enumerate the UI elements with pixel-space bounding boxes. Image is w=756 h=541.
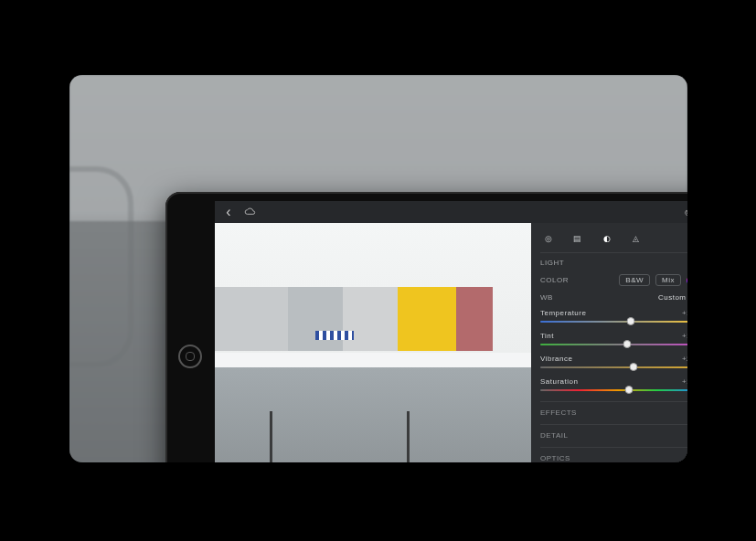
slider-value: +10 <box>682 309 687 317</box>
mix-toggle[interactable]: Mix <box>655 274 681 286</box>
section-light[interactable]: Light <box>540 255 687 270</box>
section-label: Optics <box>540 454 570 462</box>
wb-value: Custom <box>658 293 687 302</box>
slider-value: +20 <box>682 355 687 363</box>
slider-saturation: Saturation +10 <box>540 375 687 396</box>
slider-thumb[interactable] <box>626 317 634 325</box>
tablet-bezel <box>165 192 215 462</box>
tab-profile-icon[interactable]: ▤ <box>571 232 584 245</box>
slider-vibrance: Vibrance +20 <box>540 352 687 373</box>
section-light-label: Light <box>540 259 685 267</box>
section-label: Effects <box>540 408 577 417</box>
slider-tint: Tint +10 <box>540 329 687 350</box>
slider-value: +10 <box>682 332 687 340</box>
bw-toggle[interactable]: B&W <box>619 274 650 286</box>
section-optics[interactable]: Optics <box>540 447 687 462</box>
section-color-header: Color B&W Mix <box>540 271 687 289</box>
slider-track[interactable] <box>540 365 687 370</box>
camera-icon[interactable] <box>681 206 687 218</box>
edit-panel: ◎ ▤ ◐ ◬ Light Color B&W Mix <box>531 223 687 462</box>
section-effects[interactable]: Effects <box>540 401 687 419</box>
tab-tone-icon[interactable]: ◐ <box>601 232 613 245</box>
cloud-icon[interactable] <box>244 206 257 218</box>
tab-auto-icon[interactable]: ◎ <box>542 232 555 245</box>
wb-row: WB Custom <box>540 291 687 304</box>
slider-track[interactable] <box>540 342 687 347</box>
slider-temperature: Temperature +10 <box>540 306 687 327</box>
slider-label: Saturation <box>540 377 578 386</box>
slider-value: +10 <box>682 377 687 386</box>
home-button[interactable] <box>178 345 202 368</box>
section-label: Detail <box>540 431 568 440</box>
slider-label: Temperature <box>540 309 586 317</box>
tab-texture-icon[interactable]: ◬ <box>630 232 643 245</box>
tablet-device: ◎ ▤ ◐ ◬ Light Color B&W Mix <box>165 192 687 462</box>
slider-track[interactable] <box>540 387 687 393</box>
wb-select[interactable]: Custom <box>658 293 687 302</box>
photo-canvas[interactable] <box>215 223 531 462</box>
section-color-label: Color <box>540 276 613 284</box>
slider-label: Vibrance <box>540 355 572 363</box>
wb-label: WB <box>540 293 653 302</box>
slider-label: Tint <box>540 332 554 340</box>
slider-thumb[interactable] <box>623 340 632 348</box>
app-card: ◎ ▤ ◐ ◬ Light Color B&W Mix <box>69 75 687 462</box>
workspace: ◎ ▤ ◐ ◬ Light Color B&W Mix <box>215 223 687 462</box>
top-bar <box>215 201 687 223</box>
back-icon[interactable] <box>222 206 235 218</box>
color-wheel-icon[interactable] <box>687 276 687 285</box>
slider-thumb[interactable] <box>624 386 633 394</box>
app-screen: ◎ ▤ ◐ ◬ Light Color B&W Mix <box>215 201 687 462</box>
slider-thumb[interactable] <box>630 363 638 371</box>
section-detail[interactable]: Detail <box>540 424 687 441</box>
slider-track[interactable] <box>540 319 687 324</box>
panel-tabs: ◎ ▤ ◐ ◬ <box>540 228 687 253</box>
